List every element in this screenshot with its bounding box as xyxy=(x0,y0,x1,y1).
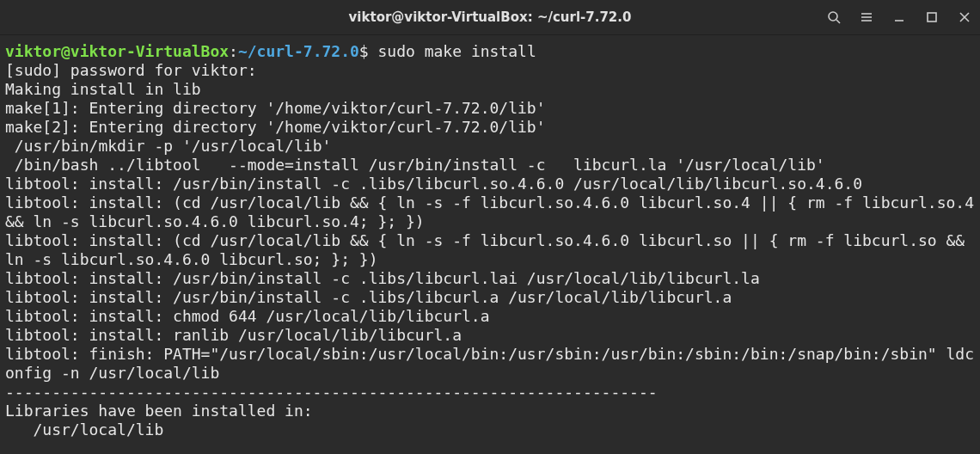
command-text: sudo make install xyxy=(378,42,536,60)
output-line: libtool: finish: PATH="/usr/local/sbin:/… xyxy=(5,345,974,382)
svg-point-0 xyxy=(829,12,837,21)
output-line: /bin/bash ../libtool --mode=install /usr… xyxy=(5,156,825,174)
separator-line: ----------------------------------------… xyxy=(5,383,658,401)
prompt-colon: : xyxy=(229,42,238,60)
minimize-button[interactable] xyxy=(891,9,908,26)
output-line: [sudo] password for viktor: xyxy=(5,61,257,79)
output-line: Making install in lib xyxy=(5,80,201,98)
output-line: Libraries have been installed in: xyxy=(5,402,313,420)
output-line: libtool: install: (cd /usr/local/lib && … xyxy=(5,231,974,268)
maximize-button[interactable] xyxy=(923,9,940,26)
output-line: libtool: install: /usr/bin/install -c .l… xyxy=(5,175,862,193)
close-button[interactable] xyxy=(956,9,973,26)
output-line: libtool: install: chmod 644 /usr/local/l… xyxy=(5,307,490,325)
output-line: make[1]: Entering directory '/home/vikto… xyxy=(5,99,546,117)
output-line: /usr/local/lib xyxy=(5,420,163,439)
terminal-area[interactable]: viktor@viktor-VirtualBox:~/curl-7.72.0$ … xyxy=(0,35,980,445)
output-line: libtool: install: /usr/bin/install -c .l… xyxy=(5,288,732,306)
output-line: libtool: install: (cd /usr/local/lib && … xyxy=(5,193,980,230)
menu-icon[interactable] xyxy=(858,9,875,26)
output-line: /usr/bin/mkdir -p '/usr/local/lib' xyxy=(5,137,331,155)
prompt-user-host: viktor@viktor-VirtualBox xyxy=(5,42,229,60)
svg-line-1 xyxy=(836,20,840,23)
prompt-sigil: $ xyxy=(359,42,369,60)
window-titlebar: viktor@viktor-VirtualBox: ~/curl-7.72.0 xyxy=(0,0,980,35)
svg-rect-6 xyxy=(928,13,936,21)
search-icon[interactable] xyxy=(825,9,842,26)
output-line: libtool: install: ranlib /usr/local/lib/… xyxy=(5,326,462,344)
output-line: libtool: install: /usr/bin/install -c .l… xyxy=(5,269,760,287)
window-title: viktor@viktor-VirtualBox: ~/curl-7.72.0 xyxy=(349,8,632,27)
output-line: make[2]: Entering directory '/home/vikto… xyxy=(5,118,546,136)
window-controls xyxy=(825,9,973,26)
prompt-path: ~/curl-7.72.0 xyxy=(238,42,359,60)
